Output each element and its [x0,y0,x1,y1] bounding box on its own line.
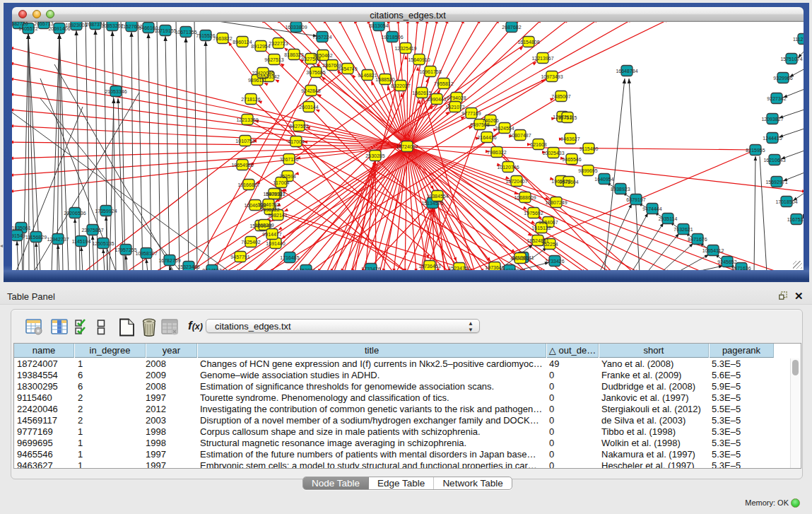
svg-text:8427552: 8427552 [289,124,308,129]
svg-text:21053346: 21053346 [105,89,126,94]
svg-text:9115460: 9115460 [579,146,599,151]
svg-text:16782759: 16782759 [158,258,180,263]
svg-text:15409927: 15409927 [263,192,285,197]
svg-text:1621072: 1621072 [445,105,464,110]
svg-text:1716485: 1716485 [280,255,299,260]
svg-text:2935114: 2935114 [659,216,678,221]
svg-text:8322037: 8322037 [391,83,410,88]
svg-text:10120746: 10120746 [497,165,519,170]
svg-text:9627513: 9627513 [264,57,283,62]
svg-text:10973493: 10973493 [541,74,563,79]
svg-text:1615132: 1615132 [531,226,551,230]
svg-text:11156829: 11156829 [25,235,47,240]
svg-text:4924302: 4924302 [510,256,529,261]
svg-text:16046753: 16046753 [257,202,279,207]
svg-text:18807249: 18807249 [545,200,567,205]
svg-text:1405572: 1405572 [18,26,37,31]
svg-text:2530285: 2530285 [365,153,384,158]
svg-text:17018504: 17018504 [775,199,797,204]
svg-text:9329966: 9329966 [773,76,792,81]
svg-text:12093827: 12093827 [761,117,783,122]
svg-text:9777169: 9777169 [461,111,481,116]
svg-text:15692971: 15692971 [765,180,787,185]
svg-text:6497568: 6497568 [470,122,489,127]
svg-text:8471676: 8471676 [688,237,707,242]
svg-text:15234751: 15234751 [448,266,470,271]
svg-text:9245652: 9245652 [717,259,736,264]
svg-text:16210643: 16210643 [763,158,785,163]
svg-text:9575115: 9575115 [558,115,577,120]
svg-text:252254: 252254 [541,242,558,247]
svg-text:417004: 417004 [288,139,304,144]
svg-text:5498222: 5498222 [260,207,279,212]
svg-text:9899695: 9899695 [578,168,597,173]
svg-text:10958107: 10958107 [135,251,157,256]
svg-text:15751074: 15751074 [780,57,802,62]
svg-text:15134575: 15134575 [421,201,443,206]
svg-text:1733476: 1733476 [361,267,380,271]
svg-text:1010753: 1010753 [235,139,254,144]
svg-text:16154808: 16154808 [517,40,539,45]
svg-text:391549: 391549 [12,233,25,238]
svg-text:10719155: 10719155 [154,28,176,33]
svg-text:17359924: 17359924 [95,209,117,214]
svg-text:8960124: 8960124 [233,40,252,45]
svg-text:7625402: 7625402 [241,240,260,245]
svg-text:7663822: 7663822 [213,36,232,41]
svg-text:10671355: 10671355 [175,30,196,35]
svg-text:1835061: 1835061 [12,226,31,230]
svg-text:1640954: 1640954 [594,177,613,182]
svg-text:9463627: 9463627 [560,136,579,141]
svg-text:12942737: 12942737 [47,237,69,242]
svg-text:1244415: 1244415 [763,136,782,141]
svg-text:7955812: 7955812 [434,81,453,86]
svg-text:1973646: 1973646 [485,265,504,270]
svg-text:9575604: 9575604 [559,180,578,185]
svg-text:12505135: 12505135 [92,241,114,246]
svg-text:9146821: 9146821 [358,73,377,78]
svg-text:1167533: 1167533 [787,217,804,222]
svg-text:9457791: 9457791 [230,255,249,259]
svg-text:7485007: 7485007 [551,94,570,99]
svg-text:19736463: 19736463 [418,264,440,269]
svg-text:9465546: 9465546 [562,157,581,162]
svg-text:117004: 117004 [273,180,290,185]
svg-text:18724007: 18724007 [396,144,418,149]
svg-text:20206536: 20206536 [64,211,86,216]
svg-text:15640910: 15640910 [408,57,430,62]
svg-text:1562615: 1562615 [412,90,431,95]
svg-text:10688609: 10688609 [514,195,536,200]
svg-text:10025433: 10025433 [542,151,564,156]
svg-text:3624554: 3624554 [495,126,514,131]
svg-text:23975867: 23975867 [81,228,103,233]
svg-text:1691440: 1691440 [266,241,285,246]
svg-text:9914477: 9914477 [262,232,281,237]
svg-text:8912954: 8912954 [251,44,270,49]
svg-text:9242848: 9242848 [301,88,320,93]
svg-text:2603144: 2603144 [299,105,318,110]
svg-text:9982141: 9982141 [268,213,287,218]
svg-text:8813054: 8813054 [369,23,388,28]
svg-text:9752801: 9752801 [296,268,315,271]
svg-text:1588520: 1588520 [375,77,394,82]
svg-text:9896111: 9896111 [248,78,266,83]
svg-text:9474444: 9474444 [642,206,661,211]
svg-text:16648784: 16648784 [616,69,637,74]
svg-text:11127453: 11127453 [793,37,804,42]
svg-text:1733426: 1733426 [545,259,564,264]
svg-text:6794028: 6794028 [447,95,466,100]
svg-text:2322723: 2322723 [269,41,288,46]
svg-text:753594: 753594 [279,174,295,179]
svg-text:7357224: 7357224 [312,35,331,40]
svg-text:9084067: 9084067 [539,220,558,225]
svg-text:2718126: 2718126 [241,97,260,102]
svg-text:8215955: 8215955 [746,148,765,153]
svg-text:17957255: 17957255 [114,247,136,252]
svg-text:7632621: 7632621 [673,227,693,232]
svg-text:19654986: 19654986 [231,163,253,168]
svg-text:7986322: 7986322 [487,150,506,155]
svg-text:1145194: 1145194 [72,239,91,244]
svg-text:10807487: 10807487 [509,133,531,138]
svg-text:621608: 621608 [530,142,546,147]
svg-text:12213967: 12213967 [531,56,553,61]
